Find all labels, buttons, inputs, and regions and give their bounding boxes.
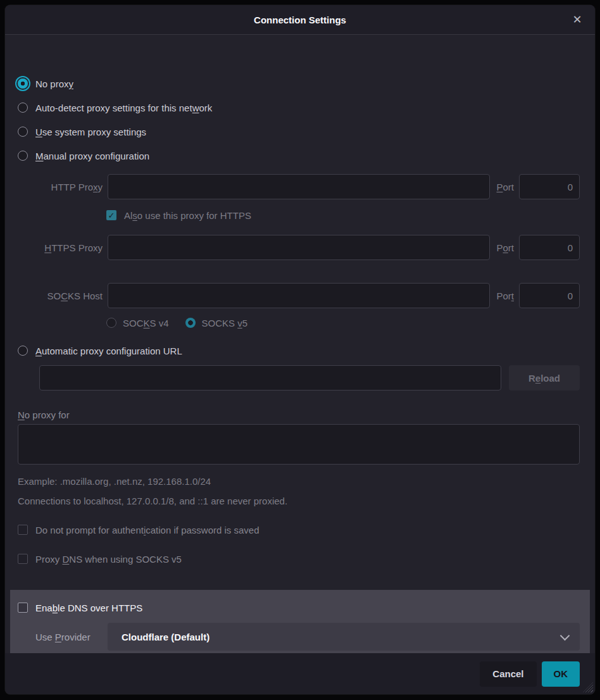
- https-proxy-label: HTTPS Proxy: [18, 242, 103, 253]
- no-prompt-auth-row[interactable]: Do not prompt for authentication if pass…: [18, 520, 580, 539]
- dialog-title: Connection Settings: [254, 15, 346, 25]
- no-prompt-auth-label: Do not prompt for authentication if pass…: [35, 525, 259, 535]
- autoconfig-url-row: Reload: [39, 365, 580, 391]
- ok-button[interactable]: OK: [542, 661, 580, 687]
- proxy-dns-label: Proxy DNS when using SOCKS v5: [35, 554, 182, 565]
- radio-row-autoconfig[interactable]: Automatic proxy configuration URL: [18, 339, 580, 363]
- socks-v5-label: SOCKS v5: [202, 318, 248, 328]
- proxy-dns-checkbox[interactable]: [18, 554, 28, 564]
- no-proxy-example-text: Example: .mozilla.org, .net.nz, 192.168.…: [18, 476, 580, 487]
- https-proxy-row: HTTPS Proxy Port: [18, 235, 580, 260]
- dialog-titlebar: Connection Settings ✕: [5, 5, 595, 35]
- radio-row-use-system[interactable]: Use system proxy settings: [18, 120, 580, 144]
- http-port-label: Port: [496, 182, 514, 192]
- localhost-note-text: Connections to localhost, 127.0.0.1/8, a…: [18, 496, 580, 506]
- radio-manual-label: Manual proxy configuration: [35, 151, 149, 161]
- reload-button[interactable]: Reload: [509, 365, 580, 391]
- no-prompt-auth-checkbox[interactable]: [18, 525, 28, 535]
- https-port-input[interactable]: [519, 235, 580, 260]
- socks-host-label: SOCKS Host: [18, 291, 103, 301]
- http-port-input[interactable]: [519, 174, 580, 199]
- http-proxy-input[interactable]: [108, 174, 490, 199]
- radio-row-auto-detect[interactable]: Auto-detect proxy settings for this netw…: [18, 96, 580, 120]
- radio-row-no-proxy[interactable]: No proxy: [18, 72, 580, 96]
- socks-host-input[interactable]: [108, 283, 490, 308]
- use-provider-label: Use Provider: [35, 632, 108, 642]
- radio-auto-detect[interactable]: [18, 103, 28, 113]
- radio-use-system[interactable]: [18, 127, 28, 137]
- also-https-label: Also use this proxy for HTTPS: [124, 210, 251, 221]
- also-https-row[interactable]: ✓ Also use this proxy for HTTPS: [106, 206, 580, 225]
- connection-settings-dialog: Connection Settings ✕ No proxy Auto-dete…: [5, 5, 595, 694]
- check-icon: ✓: [108, 211, 115, 220]
- no-proxy-for-label: No proxy for: [18, 409, 580, 420]
- no-proxy-for-textarea[interactable]: [18, 424, 580, 465]
- dialog-body: No proxy Auto-detect proxy settings for …: [5, 35, 595, 653]
- radio-use-system-label: Use system proxy settings: [35, 127, 146, 137]
- proxy-dns-row[interactable]: Proxy DNS when using SOCKS v5: [18, 549, 580, 568]
- socks-port-label: Port: [496, 291, 514, 301]
- enable-doh-label: Enable DNS over HTTPS: [35, 603, 142, 613]
- https-proxy-input[interactable]: [108, 235, 490, 260]
- also-https-checkbox[interactable]: ✓: [106, 210, 116, 220]
- radio-autoconfig-label: Automatic proxy configuration URL: [35, 346, 182, 356]
- socks-host-row: SOCKS Host Port: [18, 283, 580, 308]
- radio-autoconfig[interactable]: [18, 346, 28, 356]
- radio-no-proxy-label: No proxy: [35, 78, 73, 89]
- cancel-button[interactable]: Cancel: [480, 661, 536, 687]
- dialog-footer: Cancel OK: [5, 653, 595, 694]
- radio-manual[interactable]: [18, 151, 28, 161]
- enable-doh-checkbox[interactable]: [18, 603, 28, 613]
- radio-auto-detect-label: Auto-detect proxy settings for this netw…: [35, 103, 212, 113]
- enable-doh-row[interactable]: Enable DNS over HTTPS: [18, 599, 580, 616]
- socks-v4-label: SOCKS v4: [123, 318, 169, 328]
- radio-row-manual[interactable]: Manual proxy configuration: [18, 144, 580, 168]
- socks-version-row: SOCKS v4 SOCKS v5: [106, 313, 580, 332]
- provider-select[interactable]: Cloudflare (Default): [108, 623, 580, 651]
- https-port-label: Port: [496, 242, 514, 253]
- http-proxy-row: HTTP Proxy Port: [18, 174, 580, 199]
- http-proxy-label: HTTP Proxy: [18, 182, 103, 192]
- radio-socks-v4[interactable]: [106, 318, 116, 328]
- dns-over-https-section: Enable DNS over HTTPS Use Provider Cloud…: [10, 590, 590, 653]
- socks-v5-option[interactable]: SOCKS v5: [185, 313, 248, 332]
- close-icon[interactable]: ✕: [568, 11, 586, 28]
- provider-selected-value: Cloudflare (Default): [122, 632, 209, 642]
- socks-port-input[interactable]: [519, 283, 580, 308]
- provider-row: Use Provider Cloudflare (Default): [35, 623, 580, 651]
- socks-v4-option[interactable]: SOCKS v4: [106, 313, 169, 332]
- chevron-down-icon: [560, 630, 570, 641]
- resize-grip[interactable]: [583, 682, 593, 692]
- radio-socks-v5[interactable]: [185, 318, 196, 328]
- radio-no-proxy[interactable]: [18, 78, 28, 89]
- autoconfig-url-input[interactable]: [39, 365, 501, 391]
